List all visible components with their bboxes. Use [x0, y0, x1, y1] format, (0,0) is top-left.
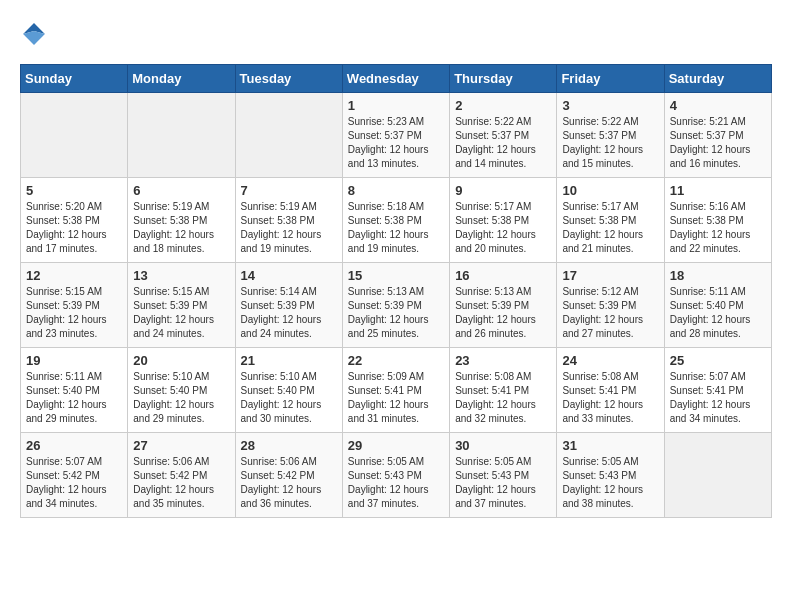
- day-number: 4: [670, 98, 766, 113]
- logo: [20, 20, 52, 48]
- calendar-cell: 4Sunrise: 5:21 AM Sunset: 5:37 PM Daylig…: [664, 93, 771, 178]
- calendar-cell: 1Sunrise: 5:23 AM Sunset: 5:37 PM Daylig…: [342, 93, 449, 178]
- day-info: Sunrise: 5:08 AM Sunset: 5:41 PM Dayligh…: [562, 370, 658, 426]
- day-number: 8: [348, 183, 444, 198]
- day-number: 7: [241, 183, 337, 198]
- calendar-week-row: 5Sunrise: 5:20 AM Sunset: 5:38 PM Daylig…: [21, 178, 772, 263]
- col-header-wednesday: Wednesday: [342, 65, 449, 93]
- day-info: Sunrise: 5:08 AM Sunset: 5:41 PM Dayligh…: [455, 370, 551, 426]
- day-number: 17: [562, 268, 658, 283]
- day-info: Sunrise: 5:22 AM Sunset: 5:37 PM Dayligh…: [562, 115, 658, 171]
- day-number: 16: [455, 268, 551, 283]
- calendar-cell: [235, 93, 342, 178]
- calendar-cell: 10Sunrise: 5:17 AM Sunset: 5:38 PM Dayli…: [557, 178, 664, 263]
- col-header-saturday: Saturday: [664, 65, 771, 93]
- page-header: [20, 20, 772, 48]
- day-info: Sunrise: 5:15 AM Sunset: 5:39 PM Dayligh…: [26, 285, 122, 341]
- day-info: Sunrise: 5:17 AM Sunset: 5:38 PM Dayligh…: [455, 200, 551, 256]
- calendar-cell: 31Sunrise: 5:05 AM Sunset: 5:43 PM Dayli…: [557, 433, 664, 518]
- col-header-monday: Monday: [128, 65, 235, 93]
- day-number: 14: [241, 268, 337, 283]
- day-number: 5: [26, 183, 122, 198]
- calendar-cell: 15Sunrise: 5:13 AM Sunset: 5:39 PM Dayli…: [342, 263, 449, 348]
- calendar-cell: 7Sunrise: 5:19 AM Sunset: 5:38 PM Daylig…: [235, 178, 342, 263]
- day-number: 15: [348, 268, 444, 283]
- calendar-week-row: 19Sunrise: 5:11 AM Sunset: 5:40 PM Dayli…: [21, 348, 772, 433]
- col-header-thursday: Thursday: [450, 65, 557, 93]
- logo-icon: [20, 20, 48, 48]
- day-info: Sunrise: 5:10 AM Sunset: 5:40 PM Dayligh…: [133, 370, 229, 426]
- calendar-cell: 3Sunrise: 5:22 AM Sunset: 5:37 PM Daylig…: [557, 93, 664, 178]
- calendar-cell: 29Sunrise: 5:05 AM Sunset: 5:43 PM Dayli…: [342, 433, 449, 518]
- day-info: Sunrise: 5:19 AM Sunset: 5:38 PM Dayligh…: [241, 200, 337, 256]
- calendar-cell: 23Sunrise: 5:08 AM Sunset: 5:41 PM Dayli…: [450, 348, 557, 433]
- calendar-cell: 27Sunrise: 5:06 AM Sunset: 5:42 PM Dayli…: [128, 433, 235, 518]
- day-info: Sunrise: 5:06 AM Sunset: 5:42 PM Dayligh…: [133, 455, 229, 511]
- day-number: 19: [26, 353, 122, 368]
- day-number: 22: [348, 353, 444, 368]
- calendar-cell: 11Sunrise: 5:16 AM Sunset: 5:38 PM Dayli…: [664, 178, 771, 263]
- calendar-cell: 5Sunrise: 5:20 AM Sunset: 5:38 PM Daylig…: [21, 178, 128, 263]
- calendar-cell: 19Sunrise: 5:11 AM Sunset: 5:40 PM Dayli…: [21, 348, 128, 433]
- calendar-cell: 12Sunrise: 5:15 AM Sunset: 5:39 PM Dayli…: [21, 263, 128, 348]
- day-number: 26: [26, 438, 122, 453]
- day-info: Sunrise: 5:05 AM Sunset: 5:43 PM Dayligh…: [562, 455, 658, 511]
- day-number: 23: [455, 353, 551, 368]
- day-number: 18: [670, 268, 766, 283]
- col-header-friday: Friday: [557, 65, 664, 93]
- day-info: Sunrise: 5:05 AM Sunset: 5:43 PM Dayligh…: [455, 455, 551, 511]
- calendar-cell: 17Sunrise: 5:12 AM Sunset: 5:39 PM Dayli…: [557, 263, 664, 348]
- day-info: Sunrise: 5:13 AM Sunset: 5:39 PM Dayligh…: [348, 285, 444, 341]
- calendar-header-row: SundayMondayTuesdayWednesdayThursdayFrid…: [21, 65, 772, 93]
- day-info: Sunrise: 5:09 AM Sunset: 5:41 PM Dayligh…: [348, 370, 444, 426]
- day-number: 9: [455, 183, 551, 198]
- calendar-cell: 24Sunrise: 5:08 AM Sunset: 5:41 PM Dayli…: [557, 348, 664, 433]
- day-info: Sunrise: 5:11 AM Sunset: 5:40 PM Dayligh…: [670, 285, 766, 341]
- col-header-sunday: Sunday: [21, 65, 128, 93]
- day-number: 13: [133, 268, 229, 283]
- day-number: 11: [670, 183, 766, 198]
- calendar-cell: 13Sunrise: 5:15 AM Sunset: 5:39 PM Dayli…: [128, 263, 235, 348]
- day-number: 2: [455, 98, 551, 113]
- day-info: Sunrise: 5:22 AM Sunset: 5:37 PM Dayligh…: [455, 115, 551, 171]
- calendar-cell: 8Sunrise: 5:18 AM Sunset: 5:38 PM Daylig…: [342, 178, 449, 263]
- day-info: Sunrise: 5:07 AM Sunset: 5:41 PM Dayligh…: [670, 370, 766, 426]
- calendar-week-row: 1Sunrise: 5:23 AM Sunset: 5:37 PM Daylig…: [21, 93, 772, 178]
- day-number: 30: [455, 438, 551, 453]
- day-info: Sunrise: 5:13 AM Sunset: 5:39 PM Dayligh…: [455, 285, 551, 341]
- calendar-table: SundayMondayTuesdayWednesdayThursdayFrid…: [20, 64, 772, 518]
- day-info: Sunrise: 5:21 AM Sunset: 5:37 PM Dayligh…: [670, 115, 766, 171]
- day-info: Sunrise: 5:16 AM Sunset: 5:38 PM Dayligh…: [670, 200, 766, 256]
- day-info: Sunrise: 5:23 AM Sunset: 5:37 PM Dayligh…: [348, 115, 444, 171]
- calendar-cell: 22Sunrise: 5:09 AM Sunset: 5:41 PM Dayli…: [342, 348, 449, 433]
- day-info: Sunrise: 5:15 AM Sunset: 5:39 PM Dayligh…: [133, 285, 229, 341]
- day-info: Sunrise: 5:12 AM Sunset: 5:39 PM Dayligh…: [562, 285, 658, 341]
- calendar-cell: 6Sunrise: 5:19 AM Sunset: 5:38 PM Daylig…: [128, 178, 235, 263]
- day-info: Sunrise: 5:14 AM Sunset: 5:39 PM Dayligh…: [241, 285, 337, 341]
- day-info: Sunrise: 5:17 AM Sunset: 5:38 PM Dayligh…: [562, 200, 658, 256]
- calendar-cell: 9Sunrise: 5:17 AM Sunset: 5:38 PM Daylig…: [450, 178, 557, 263]
- calendar-cell: [128, 93, 235, 178]
- day-info: Sunrise: 5:11 AM Sunset: 5:40 PM Dayligh…: [26, 370, 122, 426]
- day-info: Sunrise: 5:06 AM Sunset: 5:42 PM Dayligh…: [241, 455, 337, 511]
- day-number: 10: [562, 183, 658, 198]
- calendar-cell: [664, 433, 771, 518]
- day-info: Sunrise: 5:19 AM Sunset: 5:38 PM Dayligh…: [133, 200, 229, 256]
- calendar-cell: 20Sunrise: 5:10 AM Sunset: 5:40 PM Dayli…: [128, 348, 235, 433]
- calendar-cell: [21, 93, 128, 178]
- calendar-week-row: 12Sunrise: 5:15 AM Sunset: 5:39 PM Dayli…: [21, 263, 772, 348]
- calendar-cell: 14Sunrise: 5:14 AM Sunset: 5:39 PM Dayli…: [235, 263, 342, 348]
- calendar-cell: 26Sunrise: 5:07 AM Sunset: 5:42 PM Dayli…: [21, 433, 128, 518]
- calendar-cell: 16Sunrise: 5:13 AM Sunset: 5:39 PM Dayli…: [450, 263, 557, 348]
- day-number: 31: [562, 438, 658, 453]
- calendar-cell: 18Sunrise: 5:11 AM Sunset: 5:40 PM Dayli…: [664, 263, 771, 348]
- day-number: 20: [133, 353, 229, 368]
- day-number: 24: [562, 353, 658, 368]
- calendar-cell: 25Sunrise: 5:07 AM Sunset: 5:41 PM Dayli…: [664, 348, 771, 433]
- day-info: Sunrise: 5:10 AM Sunset: 5:40 PM Dayligh…: [241, 370, 337, 426]
- day-number: 21: [241, 353, 337, 368]
- day-number: 1: [348, 98, 444, 113]
- day-number: 3: [562, 98, 658, 113]
- day-info: Sunrise: 5:18 AM Sunset: 5:38 PM Dayligh…: [348, 200, 444, 256]
- calendar-cell: 28Sunrise: 5:06 AM Sunset: 5:42 PM Dayli…: [235, 433, 342, 518]
